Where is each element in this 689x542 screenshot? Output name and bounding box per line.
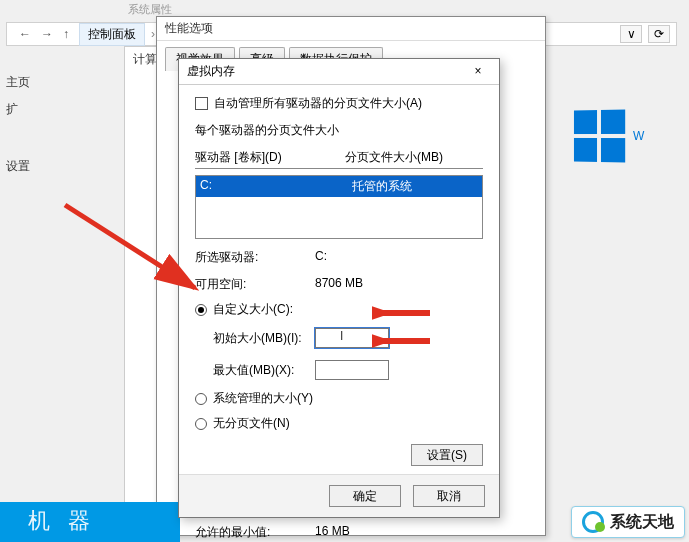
- perf-titlebar: 性能选项: [157, 17, 545, 41]
- max-size-input[interactable]: [315, 360, 389, 380]
- watermark-text: 系统天地: [610, 512, 674, 533]
- left-nav-item2[interactable]: 扩: [6, 101, 46, 118]
- vm-footer: 确定 取消: [179, 474, 499, 517]
- left-nav: 主页 扩 设置: [6, 64, 46, 185]
- min-row: 允许的最小值: 16 MB: [195, 524, 483, 541]
- left-nav-home[interactable]: 主页: [6, 74, 46, 91]
- available-space-row: 可用空间: 8706 MB: [195, 276, 483, 293]
- initial-size-row: 初始大小(MB)(I): I: [213, 328, 483, 348]
- watermark-icon: [582, 511, 604, 533]
- selected-drive-row: 所选驱动器: C:: [195, 249, 483, 266]
- radio-none[interactable]: [195, 418, 207, 430]
- col-drive: 驱动器 [卷标](D): [195, 149, 345, 166]
- initial-size-label: 初始大小(MB)(I):: [213, 330, 309, 347]
- drive-row-selected[interactable]: C: 托管的系统: [196, 176, 482, 197]
- windows-logo-letter: W: [633, 129, 644, 143]
- svg-line-0: [65, 205, 195, 288]
- cancel-button[interactable]: 取消: [413, 485, 485, 507]
- taskbar-text: 机 器: [28, 506, 96, 536]
- col-paging: 分页文件大小(MB): [345, 149, 443, 166]
- radio-none-row[interactable]: 无分页文件(N): [195, 415, 483, 432]
- watermark: 系统天地: [571, 506, 685, 538]
- radio-custom[interactable]: [195, 304, 207, 316]
- drive-list-header: 驱动器 [卷标](D) 分页文件大小(MB): [195, 147, 483, 169]
- auto-manage-label: 自动管理所有驱动器的分页文件大小(A): [214, 95, 422, 112]
- address-dropdown-button[interactable]: ∨: [620, 25, 642, 43]
- auto-manage-row[interactable]: 自动管理所有驱动器的分页文件大小(A): [195, 95, 483, 112]
- annotation-arrow-max: [372, 330, 432, 352]
- available-space-label: 可用空间:: [195, 276, 315, 293]
- min-label: 允许的最小值:: [195, 524, 315, 541]
- radio-none-label: 无分页文件(N): [213, 415, 290, 432]
- nav-up-button[interactable]: ↑: [57, 26, 73, 42]
- bg-system-title: 系统属性: [128, 2, 172, 17]
- close-icon[interactable]: ×: [465, 62, 491, 82]
- vm-titlebar: 虚拟内存 ×: [179, 59, 499, 85]
- vm-title-text: 虚拟内存: [187, 63, 235, 80]
- ok-button[interactable]: 确定: [329, 485, 401, 507]
- set-button[interactable]: 设置(S): [411, 444, 483, 466]
- drive-row-value: 托管的系统: [352, 178, 412, 195]
- annotation-arrow-diagonal: [60, 200, 210, 300]
- text-cursor-icon: I: [340, 329, 343, 343]
- address-refresh-button[interactable]: ⟳: [648, 25, 670, 43]
- drive-row-drive: C:: [200, 178, 352, 195]
- perf-title-text: 性能选项: [165, 20, 213, 37]
- windows-logo: W: [573, 96, 683, 176]
- virtual-memory-dialog: 虚拟内存 × 自动管理所有驱动器的分页文件大小(A) 每个驱动器的分页文件大小 …: [178, 58, 500, 518]
- min-value: 16 MB: [315, 524, 350, 541]
- nav-forward-button[interactable]: →: [35, 26, 51, 42]
- radio-custom-label: 自定义大小(C):: [213, 301, 293, 318]
- max-size-label: 最大值(MB)(X):: [213, 362, 309, 379]
- windows-logo-icon: [574, 109, 625, 162]
- selected-drive-label: 所选驱动器:: [195, 249, 315, 266]
- max-size-row: 最大值(MB)(X):: [213, 360, 483, 380]
- nav-back-button[interactable]: ←: [13, 26, 29, 42]
- available-space-value: 8706 MB: [315, 276, 363, 293]
- selected-drive-value: C:: [315, 249, 327, 266]
- annotation-arrow-initial: [372, 302, 432, 324]
- left-nav-settings[interactable]: 设置: [6, 158, 46, 175]
- radio-custom-row[interactable]: 自定义大小(C):: [195, 301, 483, 318]
- radio-system-label: 系统管理的大小(Y): [213, 390, 313, 407]
- per-drive-group-label: 每个驱动器的分页文件大小: [195, 122, 483, 139]
- auto-manage-checkbox[interactable]: [195, 97, 208, 110]
- drive-list[interactable]: C: 托管的系统: [195, 175, 483, 239]
- radio-system[interactable]: [195, 393, 207, 405]
- path-chip-control-panel[interactable]: 控制面板: [79, 23, 145, 46]
- radio-system-row[interactable]: 系统管理的大小(Y): [195, 390, 483, 407]
